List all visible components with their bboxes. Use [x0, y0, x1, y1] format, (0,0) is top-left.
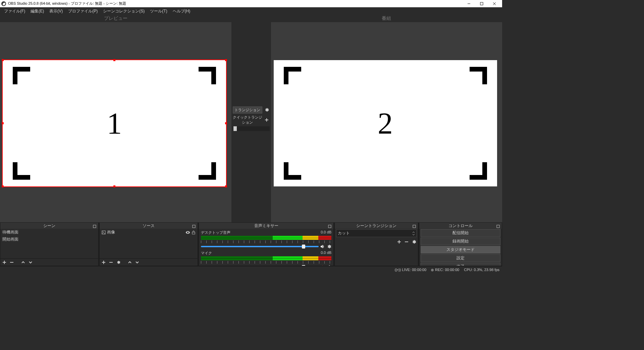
window-title: OBS Studio 25.0.8 (64-bit, windows) - プロ… [8, 1, 126, 6]
menu-tools[interactable]: ツール(T) [147, 8, 170, 15]
remove-transition-icon[interactable] [404, 239, 409, 245]
sources-title: ソース [143, 223, 155, 229]
program-source-box: 2 [274, 60, 497, 186]
source-down-icon[interactable] [135, 260, 140, 265]
mixer-title: 音声ミキサー [254, 223, 278, 229]
transition-selected-label: カット [338, 230, 350, 236]
preview-canvas-left[interactable]: 1 [0, 22, 231, 222]
status-cpu: CPU: 0.3%, 23.98 fps [464, 268, 499, 272]
dock-popout-icon[interactable] [191, 223, 197, 229]
preview-label-left: プレビュー [0, 15, 231, 22]
add-scene-icon[interactable] [2, 260, 7, 265]
svg-rect-1 [480, 2, 483, 5]
scenes-dock: シーン 待機画面 開始画面 [0, 222, 99, 266]
db-scale [201, 261, 331, 264]
record-dot-icon [431, 269, 434, 271]
menu-edit[interactable]: 編集(E) [28, 8, 47, 15]
scene-down-icon[interactable] [28, 260, 33, 265]
status-live: LIVE: 00:00:00 [402, 268, 426, 272]
transition-select[interactable]: カット [336, 229, 417, 237]
exit-button[interactable]: 終了 [421, 263, 500, 266]
start-stream-button[interactable]: 配信開始 [421, 229, 500, 237]
channel-name: デスクトップ音声 [201, 230, 230, 235]
svg-rect-17 [328, 225, 331, 228]
studio-mode-button[interactable]: スタジオモード [421, 246, 500, 254]
chevron-updown-icon [412, 231, 415, 235]
preview-scene-number: 1 [107, 106, 122, 141]
scene-up-icon[interactable] [20, 260, 26, 265]
status-rec: REC: 00:00:00 [435, 268, 459, 272]
remove-scene-icon[interactable] [9, 260, 14, 265]
controls-dock: コントロール 配信開始 録画開始 スタジオモード 設定 終了 [419, 222, 502, 266]
visibility-icon[interactable] [185, 230, 190, 235]
source-item[interactable]: 画像 [100, 229, 198, 236]
lock-icon[interactable] [192, 230, 196, 234]
close-button[interactable] [488, 0, 501, 7]
broadcast-icon: ((•)) [395, 268, 401, 272]
svg-rect-20 [413, 225, 416, 228]
scene-item[interactable]: 待機画面 [0, 229, 98, 236]
speaker-muted-icon[interactable] [320, 264, 325, 266]
quick-transition-add-icon[interactable] [264, 117, 270, 123]
scene-trans-title: シーントランジション [356, 223, 396, 229]
settings-button[interactable]: 設定 [421, 254, 500, 262]
program-canvas[interactable]: 2 [271, 22, 502, 222]
preview-area: プレビュー 1 トランジション クイッ [0, 15, 502, 222]
remove-source-icon[interactable] [108, 260, 114, 265]
add-source-icon[interactable] [101, 260, 106, 265]
scene-item[interactable]: 開始画面 [0, 236, 98, 243]
titlebar: OBS Studio 25.0.8 (64-bit, windows) - プロ… [0, 0, 502, 7]
volume-meter [201, 236, 331, 240]
svg-rect-6 [93, 225, 96, 228]
mixer-channel: デスクトップ音声0.0 dB [199, 229, 333, 250]
channel-db: 0.0 dB [321, 230, 331, 235]
channel-name: マイク [201, 251, 212, 256]
source-up-icon[interactable] [127, 260, 132, 265]
dock-popout-icon[interactable] [411, 223, 417, 229]
image-icon [102, 230, 106, 234]
mixer-channel: マイク0.0 dB [199, 250, 333, 266]
scene-transitions-dock: シーントランジション カット [334, 222, 418, 266]
add-transition-icon[interactable] [396, 239, 402, 245]
preview-label-right: 番組 [271, 15, 502, 22]
menubar: ファイル(F) 編集(E) 表示(V) プロファイル(P) シーンコレクション(… [0, 7, 502, 15]
menu-help[interactable]: ヘルプ(H) [170, 8, 193, 15]
controls-title: コントロール [448, 223, 473, 229]
volume-meter [201, 256, 331, 260]
transition-slider[interactable] [233, 126, 270, 131]
source-gear-icon[interactable] [116, 260, 121, 265]
svg-rect-13 [192, 232, 195, 234]
statusbar: ((•)) LIVE: 00:00:00 REC: 00:00:00 CPU: … [0, 266, 502, 273]
quick-transition-label: クイックトランジション [233, 115, 262, 125]
menu-view[interactable]: 表示(V) [47, 8, 65, 15]
dock-popout-icon[interactable] [327, 223, 333, 229]
sources-dock: ソース 画像 [99, 222, 198, 266]
app-icon [1, 1, 6, 6]
dock-popout-icon[interactable] [495, 223, 501, 229]
volume-slider[interactable] [201, 246, 319, 247]
transition-column: トランジション クイックトランジション [231, 15, 271, 222]
scenes-title: シーン [43, 223, 55, 229]
transition-gear-icon[interactable] [264, 107, 270, 113]
channel-gear-icon[interactable] [327, 265, 331, 266]
mixer-dock: 音声ミキサー デスクトップ音声0.0 dB マイク0.0 dB [199, 222, 334, 266]
program-scene-number: 2 [378, 106, 393, 141]
svg-point-12 [103, 231, 103, 232]
transition-button[interactable]: トランジション [233, 106, 262, 114]
start-record-button[interactable]: 録画開始 [421, 237, 500, 245]
source-label: 画像 [107, 229, 115, 235]
minimize-button[interactable] [463, 0, 475, 7]
transition-props-gear-icon[interactable] [411, 239, 417, 245]
dock-popout-icon[interactable] [92, 223, 98, 229]
maximize-button[interactable] [475, 0, 488, 7]
speaker-icon[interactable] [320, 244, 325, 249]
svg-rect-10 [193, 225, 195, 228]
db-scale [201, 240, 331, 243]
svg-rect-24 [497, 225, 499, 228]
menu-file[interactable]: ファイル(F) [1, 8, 28, 15]
menu-profile[interactable]: プロファイル(P) [65, 8, 100, 15]
preview-source-box[interactable]: 1 [3, 60, 226, 186]
menu-scenecol[interactable]: シーンコレクション(S) [100, 8, 147, 15]
dock-area: シーン 待機画面 開始画面 ソース 画像 [0, 222, 502, 266]
channel-gear-icon[interactable] [327, 244, 331, 249]
